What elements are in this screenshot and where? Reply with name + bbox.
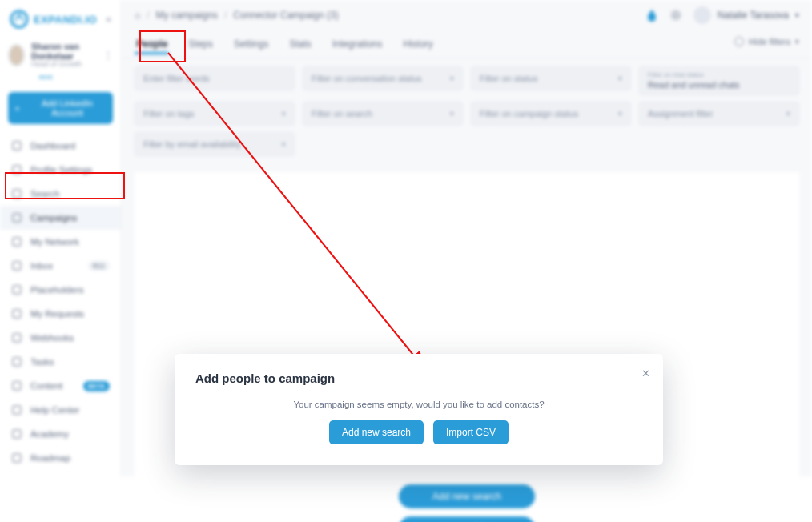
svg-rect-12 <box>13 406 21 414</box>
svg-point-15 <box>673 13 678 18</box>
filter-filter-on-campaign-status[interactable]: Filter on campaign status▾ <box>471 102 631 126</box>
tab-steps[interactable]: Steps <box>187 30 215 58</box>
crumb-level1[interactable]: My campaigns <box>156 10 218 21</box>
drop-icon[interactable] <box>645 9 658 22</box>
filter-filter-on-search[interactable]: Filter on search▾ <box>303 102 463 126</box>
webhooks-icon <box>11 332 22 343</box>
hide-filters-button[interactable]: Hide filters ▾ <box>734 37 799 46</box>
filter-read-and-unread-chats[interactable]: Filter on chat statusRead and unread cha… <box>639 66 799 95</box>
home-icon[interactable]: ⌂ <box>135 10 140 21</box>
sidebar-item-label: Roadmap <box>30 453 70 463</box>
close-icon[interactable]: ✕ <box>641 368 650 379</box>
add-new-search-button[interactable]: Add new search <box>399 484 535 508</box>
filter-words-input[interactable]: Enter filter words <box>135 66 295 90</box>
chevron-down-icon: ▾ <box>282 140 286 148</box>
sidebar-item-tasks[interactable]: Tasks <box>0 350 121 374</box>
tab-history[interactable]: History <box>401 30 434 58</box>
sidebar-item-profile-settings[interactable]: Profile Settings <box>0 158 121 182</box>
chevron-down-icon: ▾ <box>282 110 286 118</box>
gear-icon[interactable] <box>669 9 682 22</box>
filter-label: Filter on search <box>312 109 372 118</box>
modal-import-csv-button[interactable]: Import CSV <box>433 420 509 444</box>
user-menu-icon[interactable]: ⋮ <box>103 50 113 61</box>
top-user[interactable]: Natalie Tarasova ▾ <box>693 6 799 24</box>
sidebar-item-roadmap[interactable]: Roadmap <box>0 446 121 470</box>
sidebar-item-label: My Requests <box>30 309 84 319</box>
svg-rect-11 <box>13 382 21 390</box>
plus-icon: ＋ <box>13 102 22 114</box>
chevron-down-icon: ▾ <box>618 110 622 118</box>
filter-small-label: Filter on chat status <box>648 72 704 78</box>
user-meta: Sharon van Donkelaar Head of Growth <box>31 42 97 69</box>
sidebar-item-label: My Network <box>30 237 79 247</box>
collapse-sidebar-icon[interactable]: « <box>106 14 111 25</box>
filter-filter-on-tags[interactable]: Filter on tags▾ <box>135 102 295 126</box>
svg-rect-5 <box>13 238 21 246</box>
sidebar-item-inbox[interactable]: Inbox811 <box>0 254 121 278</box>
academy-icon <box>11 428 22 440</box>
chevron-down-icon: ▾ <box>618 74 622 82</box>
sidebar-item-label: Help Center <box>30 405 79 415</box>
sidebar-item-webhooks[interactable]: Webhooks <box>0 326 121 350</box>
search-icon <box>11 188 22 199</box>
tab-stats[interactable]: Stats <box>287 30 312 58</box>
sidebar-item-content[interactable]: ContentBETA <box>0 374 121 398</box>
sidebar-item-my-network[interactable]: My Network <box>0 230 121 254</box>
modal-actions: Add new search Import CSV <box>195 420 642 444</box>
modal-add-new-search-button[interactable]: Add new search <box>329 420 424 444</box>
sidebar-item-label: Profile Settings <box>30 165 92 175</box>
beta-pill: BETA <box>83 381 110 392</box>
requests-icon <box>11 308 22 319</box>
svg-rect-9 <box>13 334 21 342</box>
sidebar-item-help-center[interactable]: Help Center <box>0 398 121 422</box>
topbar-right: Natalie Tarasova ▾ <box>645 6 799 24</box>
tabs: PeopleStepsSettingsStatsIntegrationsHist… <box>122 30 812 58</box>
sidebar-item-label: Tasks <box>30 357 54 367</box>
add-account-label: Add LinkedIn Account <box>26 98 108 118</box>
filter-filter-on-status[interactable]: Filter on status▾ <box>471 66 631 90</box>
modal-message: Your campaign seems empty, would you lik… <box>195 400 642 409</box>
sidebar-item-label: Inbox <box>30 261 53 271</box>
sidebar-nav: DashboardProfile SettingsSearchCampaigns… <box>0 134 121 470</box>
sidebar-item-academy[interactable]: Academy <box>0 422 121 446</box>
filter-filter-by-email-availability[interactable]: Filter by email availability▾ <box>135 132 295 156</box>
logo-icon <box>10 10 29 29</box>
sidebar-item-label: Content <box>30 381 62 391</box>
circle-icon <box>734 37 744 46</box>
tab-integrations[interactable]: Integrations <box>331 30 384 58</box>
avatar <box>693 6 711 24</box>
top-user-name: Natalie Tarasova <box>718 10 789 21</box>
sidebar-item-my-requests[interactable]: My Requests <box>0 302 121 326</box>
add-linkedin-account-button[interactable]: ＋ Add LinkedIn Account <box>8 92 113 124</box>
filter-assignment-filter[interactable]: Assignment filter▾ <box>639 102 799 126</box>
empty-state-buttons: Add new search Import CSV <box>399 484 535 522</box>
network-icon <box>11 236 22 247</box>
svg-rect-10 <box>13 358 21 366</box>
sidebar-item-placeholders[interactable]: Placeholders <box>0 278 121 302</box>
sidebar-item-campaigns[interactable]: Campaigns <box>0 206 121 230</box>
placeholders-icon <box>11 284 22 295</box>
sidebar-item-search[interactable]: Search <box>0 182 121 206</box>
modal-title: Add people to campaign <box>195 371 642 385</box>
chevron-down-icon: ▾ <box>795 38 799 46</box>
sidebar-item-label: Placeholders <box>30 285 83 295</box>
user-title: Head of Growth <box>31 61 97 69</box>
filter-filter-on-conversation-status[interactable]: Filter on conversation status▾ <box>303 66 463 90</box>
logo-row: EXPANDI.IO « <box>0 6 121 37</box>
tab-people[interactable]: People <box>135 30 169 58</box>
crumb-level2: Connector Campaign (3) <box>233 10 338 21</box>
roadmap-icon <box>11 452 22 464</box>
profile-icon <box>11 164 22 175</box>
sidebar-user[interactable]: Sharon van Donkelaar Head of Growth ⋮ <box>0 37 121 74</box>
sidebar-item-dashboard[interactable]: Dashboard <box>0 134 121 158</box>
tab-settings[interactable]: Settings <box>232 30 270 58</box>
filter-label: Filter on campaign status <box>480 109 578 118</box>
import-csv-button[interactable]: Import CSV <box>399 516 535 522</box>
megaphone-icon <box>11 212 22 223</box>
content-icon <box>11 380 22 392</box>
avatar <box>8 44 25 66</box>
filter-label: Filter by email availability <box>143 139 241 149</box>
svg-rect-7 <box>13 286 21 294</box>
svg-rect-6 <box>13 262 21 270</box>
tasks-icon <box>11 356 22 367</box>
